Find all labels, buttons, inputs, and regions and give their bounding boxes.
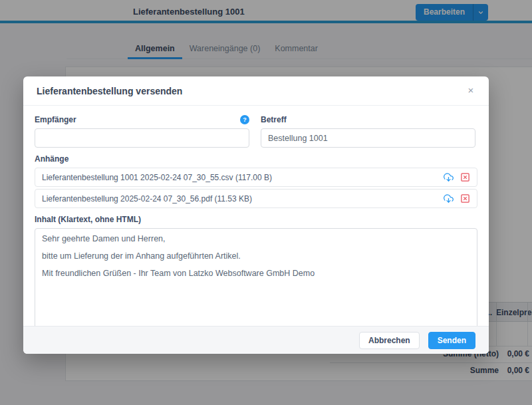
subject-input[interactable] xyxy=(261,128,475,148)
modal-header: Lieferantenbestellung versenden × xyxy=(23,76,489,106)
subject-label: Betreff xyxy=(261,115,287,124)
close-icon[interactable]: × xyxy=(464,83,478,98)
attachments-section: Anhänge Lieferantenbestellung 1001 2025-… xyxy=(35,154,477,208)
cancel-button[interactable]: Abbrechen xyxy=(359,332,420,349)
modal-footer: Abbrechen Senden xyxy=(23,326,489,354)
modal-title: Lieferantenbestellung versenden xyxy=(37,86,182,96)
attachments-label: Anhänge xyxy=(35,154,477,164)
download-cloud-icon[interactable] xyxy=(443,194,454,203)
send-button[interactable]: Senden xyxy=(428,332,475,349)
send-order-modal: Lieferantenbestellung versenden × Empfän… xyxy=(23,76,489,354)
recipient-field-group: Empfänger ? xyxy=(35,115,249,148)
recipient-label: Empfänger xyxy=(35,115,76,124)
download-cloud-icon[interactable] xyxy=(443,172,454,182)
subject-field-group: Betreff xyxy=(261,115,475,148)
delete-x-square-icon[interactable] xyxy=(460,172,470,182)
attachment-filename: Lieferantenbestellung 1001 2025-02-24 07… xyxy=(42,173,437,182)
delete-x-square-icon[interactable] xyxy=(460,194,470,203)
attachment-filename: Lieferantenbestellung 2025-02-24 07_30_5… xyxy=(42,194,437,203)
help-icon[interactable]: ? xyxy=(240,115,249,124)
attachment-row: Lieferantenbestellung 1001 2025-02-24 07… xyxy=(35,168,477,187)
attachment-row: Lieferantenbestellung 2025-02-24 07_30_5… xyxy=(35,189,477,208)
recipient-input[interactable] xyxy=(35,128,249,148)
modal-body: Empfänger ? Betreff Anhänge Lieferantenb… xyxy=(23,106,489,326)
content-label: Inhalt (Klartext, ohne HTML) xyxy=(35,215,477,224)
